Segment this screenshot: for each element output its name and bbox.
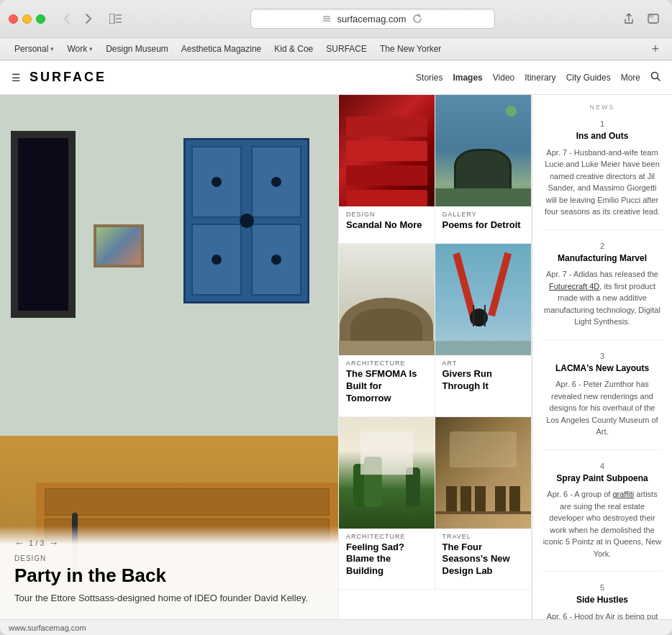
article-meta-2: GALLERY Poems for Detroit xyxy=(435,206,532,234)
article-meta-6: TRAVEL The Four Seasons's New Design Lab xyxy=(435,529,532,581)
share-button[interactable] xyxy=(619,9,639,29)
news-number-4: 4 xyxy=(542,462,662,470)
bookmark-label: Personal xyxy=(14,44,48,54)
featured-overlay: ← 1 / 3 → DESIGN Party in the Back Tour … xyxy=(0,526,338,619)
bookmark-item-new-yorker[interactable]: The New Yorker xyxy=(374,42,447,56)
news-panel-title: NEWS xyxy=(542,104,662,111)
article-card-6[interactable]: TRAVEL The Four Seasons's New Design Lab xyxy=(435,417,532,590)
address-bar-container: surfacemag.com xyxy=(132,9,613,29)
bookmark-item-personal[interactable]: Personal ▾ xyxy=(9,42,60,56)
article-card-2[interactable]: GALLERY Poems for Detroit xyxy=(435,95,532,244)
main-layout: ← 1 / 3 → DESIGN Party in the Back Tour … xyxy=(0,95,672,619)
article-title-2: Poems for Detroit xyxy=(442,219,525,232)
article-title-1: Scandal No More xyxy=(346,219,427,232)
cabinet-door-br xyxy=(251,224,301,296)
counter-text: 1 / 3 xyxy=(29,539,44,547)
article-meta-1: DESIGN Scandal No More xyxy=(339,206,435,234)
news-link[interactable]: graffiti xyxy=(612,490,634,498)
bookmark-item-design-museum[interactable]: Design Museum xyxy=(100,42,174,56)
back-button[interactable] xyxy=(57,9,77,29)
article-category-6: TRAVEL xyxy=(442,533,525,540)
news-title-2[interactable]: Manufacturing Marvel xyxy=(542,253,662,265)
bookmark-item-aesthetica[interactable]: Aesthetica Magazine xyxy=(176,42,267,56)
news-title-5[interactable]: Side Hustles xyxy=(542,595,662,606)
status-bar: www.surfacemag.com xyxy=(0,619,672,635)
news-item-4: 4 Spray Paint Subpoena Apr. 6 - A group … xyxy=(542,462,662,572)
nav-images[interactable]: Images xyxy=(453,73,482,83)
news-item-5: 5 Side Hustles Apr. 6 - Hood by Air is b… xyxy=(542,583,662,619)
bookmark-label: The New Yorker xyxy=(380,44,441,54)
status-url: www.surfacemag.com xyxy=(9,623,86,632)
news-number-3: 3 xyxy=(542,352,662,360)
add-bookmark-button[interactable]: + xyxy=(648,41,663,57)
news-title-3[interactable]: LACMA's New Layouts xyxy=(542,363,662,375)
hamburger-menu-icon[interactable]: ☰ xyxy=(12,72,21,83)
window-glass xyxy=(18,138,68,311)
news-link[interactable]: Futurecraft 4D xyxy=(549,282,599,291)
cabinet-knob xyxy=(212,177,222,187)
close-button[interactable] xyxy=(9,14,18,24)
address-bar[interactable]: surfacemag.com xyxy=(250,9,495,29)
news-title-1[interactable]: Ins and Outs xyxy=(542,131,662,142)
bookmark-item-work[interactable]: Work ▾ xyxy=(61,42,99,56)
article-title-6: The Four Seasons's New Design Lab xyxy=(442,542,525,578)
forward-button[interactable] xyxy=(78,9,99,29)
cabinet xyxy=(183,138,309,303)
nav-city-guides[interactable]: City Guides xyxy=(566,73,611,83)
prev-arrow[interactable]: ← xyxy=(14,537,24,549)
article-meta-3: ARCHITECTURE The SFMOMA Is Built for Tom… xyxy=(339,355,435,408)
cabinet-knob xyxy=(271,255,281,265)
featured-section[interactable]: ← 1 / 3 → DESIGN Party in the Back Tour … xyxy=(0,95,338,619)
news-item-1: 1 Ins and Outs Apr. 7 - Husband-and-wife… xyxy=(542,119,662,230)
news-title-4[interactable]: Spray Paint Subpoena xyxy=(542,473,662,485)
next-arrow[interactable]: → xyxy=(48,537,58,549)
nav-video[interactable]: Video xyxy=(493,73,514,83)
svg-line-10 xyxy=(658,78,660,81)
header-nav: Stories Images Video Itinerary City Guid… xyxy=(416,71,660,83)
wall-art xyxy=(94,224,144,268)
new-tab-button[interactable] xyxy=(643,9,663,29)
cabinet-door-tr xyxy=(251,146,301,218)
news-panel: NEWS 1 Ins and Outs Apr. 7 - Husband-and… xyxy=(532,95,672,619)
bookmark-label: Kid & Coe xyxy=(274,44,313,54)
article-card-3[interactable]: ARCHITECTURE The SFMOMA Is Built for Tom… xyxy=(339,244,435,417)
search-icon[interactable] xyxy=(650,71,660,83)
url-text: surfacemag.com xyxy=(337,14,406,24)
bookmark-label: Aesthetica Magazine xyxy=(181,44,261,54)
room-window xyxy=(11,131,76,318)
svg-rect-0 xyxy=(109,14,114,24)
article-card-5[interactable]: ARCHITECTURE Feeling Sad? Blame the Buil… xyxy=(339,417,435,590)
minimize-button[interactable] xyxy=(22,14,32,24)
article-category-4: ART xyxy=(442,360,525,367)
article-title-4: Givers Run Through It xyxy=(442,368,525,393)
sidebar-toggle-button[interactable] xyxy=(106,9,126,29)
article-card-1[interactable]: DESIGN Scandal No More xyxy=(339,95,435,244)
nav-more[interactable]: More xyxy=(621,73,640,83)
maximize-button[interactable] xyxy=(36,14,45,24)
article-title-5: Feeling Sad? Blame the Building xyxy=(346,542,427,578)
bookmark-label: Work xyxy=(67,44,87,54)
article-category-1: DESIGN xyxy=(346,211,427,218)
news-body-3: Apr. 6 - Peter Zumthor has revealed new … xyxy=(542,378,662,438)
news-number-5: 5 xyxy=(542,583,662,592)
article-card-4[interactable]: ART Givers Run Through It xyxy=(435,244,532,417)
nav-stories[interactable]: Stories xyxy=(416,73,442,83)
toolbar: surfacemag.com xyxy=(0,0,672,37)
article-image-4 xyxy=(435,244,532,355)
nav-itinerary[interactable]: Itinerary xyxy=(525,73,555,83)
featured-title: Party in the Back xyxy=(14,565,324,586)
wall-art-content xyxy=(96,227,141,265)
site-logo: SURFACE xyxy=(29,70,106,85)
refresh-icon[interactable] xyxy=(412,14,422,24)
chevron-down-icon: ▾ xyxy=(50,45,54,52)
bookmark-item-kid-coe[interactable]: Kid & Coe xyxy=(268,42,319,56)
news-body-1: Apr. 7 - Husband-and-wife team Lucie and… xyxy=(542,147,662,218)
news-number-2: 2 xyxy=(542,242,662,250)
featured-category: DESIGN xyxy=(14,554,324,562)
bookmark-item-surface[interactable]: SURFACE xyxy=(320,42,373,56)
browser-window: surfacemag.com xyxy=(0,0,672,635)
article-image-5 xyxy=(339,417,435,529)
bookmarks-bar: Personal ▾ Work ▾ Design Museum Aestheti… xyxy=(0,37,672,60)
menu-icon xyxy=(322,14,331,23)
bookmark-label: SURFACE xyxy=(326,44,367,54)
